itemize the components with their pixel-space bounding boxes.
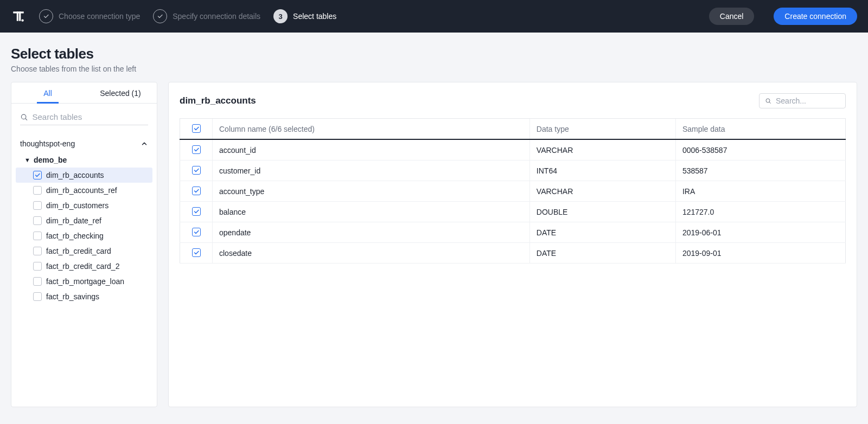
page-title: Select tables	[11, 46, 857, 62]
table-checkbox[interactable]	[33, 216, 42, 225]
column-sample: 2019-06-01	[675, 222, 845, 243]
table-checkbox[interactable]	[33, 171, 42, 179]
tree-schema[interactable]: ▼ demo_be	[16, 152, 152, 168]
step-label: Select tables	[293, 12, 336, 21]
check-icon	[153, 9, 167, 23]
table-name: fact_rb_checking	[46, 232, 104, 240]
check-icon	[39, 9, 53, 23]
table-checkbox[interactable]	[33, 292, 42, 301]
page-header: Select tables Choose tables from the lis…	[0, 33, 868, 82]
tree-table-item[interactable]: fact_rb_checking	[16, 228, 152, 243]
columns-table: Column name (6/6 selected) Data type Sam…	[180, 118, 846, 264]
column-name: closedate	[213, 243, 530, 264]
cancel-button[interactable]: Cancel	[709, 8, 755, 25]
table-name: fact_rb_mortgage_loan	[46, 277, 124, 286]
table-row: balanceDOUBLE121727.0	[180, 202, 846, 222]
column-checkbox[interactable]	[192, 145, 201, 154]
row-checkbox-cell[interactable]	[180, 160, 213, 181]
column-type: VARCHAR	[529, 181, 675, 202]
table-row: closedateDATE2019-09-01	[180, 243, 846, 264]
svg-line-5	[25, 118, 27, 120]
svg-line-7	[769, 102, 770, 103]
svg-point-3	[21, 19, 23, 21]
header-checkbox-cell[interactable]	[180, 119, 213, 140]
top-bar: Choose connection type Specify connectio…	[0, 0, 868, 33]
column-sample: 2019-09-01	[675, 243, 845, 264]
table-checkbox[interactable]	[33, 247, 42, 255]
step-label: Specify connection details	[173, 12, 260, 21]
column-checkbox[interactable]	[192, 228, 201, 236]
schema-name: demo_be	[34, 156, 67, 164]
sidebar-search[interactable]	[20, 109, 148, 125]
sidebar-search-input[interactable]	[32, 112, 148, 121]
table-name: fact_rb_credit_card	[46, 247, 111, 255]
select-all-checkbox[interactable]	[192, 124, 201, 133]
header-column-name: Column name (6/6 selected)	[213, 119, 530, 140]
table-checkbox[interactable]	[33, 262, 42, 271]
row-checkbox-cell[interactable]	[180, 243, 213, 264]
tree-table-item[interactable]: dim_rb_accounts	[16, 168, 152, 183]
step-1[interactable]: Choose connection type	[39, 9, 140, 23]
column-checkbox[interactable]	[192, 207, 201, 216]
table-checkbox[interactable]	[33, 186, 42, 195]
selected-table-name: dim_rb_accounts	[180, 95, 256, 106]
header-data-type: Data type	[529, 119, 675, 140]
column-type: VARCHAR	[529, 139, 675, 160]
table-name: dim_rb_accounts_ref	[46, 186, 117, 195]
table-checkbox[interactable]	[33, 201, 42, 210]
tree-table-item[interactable]: fact_rb_savings	[16, 289, 152, 304]
tree-table-item[interactable]: dim_rb_accounts_ref	[16, 183, 152, 198]
create-connection-button[interactable]: Create connection	[774, 8, 857, 25]
row-checkbox-cell[interactable]	[180, 222, 213, 243]
table-row: customer_idINT64538587	[180, 160, 846, 181]
columns-search[interactable]	[759, 93, 846, 108]
column-name: customer_id	[213, 160, 530, 181]
tab-selected[interactable]: Selected (1)	[84, 82, 157, 103]
page-subtitle: Choose tables from the list on the left	[11, 65, 857, 73]
header-sample-data: Sample data	[675, 119, 845, 140]
tree-table-item[interactable]: fact_rb_credit_card	[16, 243, 152, 259]
step-3[interactable]: 3 Select tables	[273, 9, 336, 23]
table-checkbox[interactable]	[33, 277, 42, 286]
columns-panel: dim_rb_accounts Column name (6/6 selecte…	[168, 82, 857, 407]
step-2[interactable]: Specify connection details	[153, 9, 260, 23]
chevron-up-icon	[141, 140, 148, 147]
app-logo	[11, 9, 26, 24]
tree-table-item[interactable]: fact_rb_credit_card_2	[16, 259, 152, 274]
column-sample: 0006-538587	[675, 139, 845, 160]
column-name: balance	[213, 202, 530, 222]
table-name: dim_rb_date_ref	[46, 216, 101, 225]
caret-down-icon: ▼	[24, 157, 30, 163]
row-checkbox-cell[interactable]	[180, 181, 213, 202]
table-name: dim_rb_accounts	[46, 171, 104, 179]
table-name: fact_rb_savings	[46, 292, 99, 301]
wizard-steps: Choose connection type Specify connectio…	[39, 9, 336, 23]
tree-database[interactable]: thoughtspot-eng	[16, 135, 152, 152]
tab-all[interactable]: All	[11, 82, 84, 103]
search-icon	[20, 113, 28, 121]
step-label: Choose connection type	[59, 12, 140, 21]
tree-table-item[interactable]: fact_rb_mortgage_loan	[16, 274, 152, 289]
column-type: DATE	[529, 222, 675, 243]
column-checkbox[interactable]	[192, 166, 201, 175]
table-row: opendateDATE2019-06-01	[180, 222, 846, 243]
column-type: DOUBLE	[529, 202, 675, 222]
svg-rect-2	[19, 11, 21, 21]
table-checkbox[interactable]	[33, 232, 42, 240]
step-number: 3	[273, 9, 288, 23]
table-name: dim_rb_customers	[46, 201, 108, 210]
table-row: account_typeVARCHARIRA	[180, 181, 846, 202]
column-sample: 121727.0	[675, 202, 845, 222]
column-checkbox[interactable]	[192, 248, 201, 257]
database-name: thoughtspot-eng	[20, 139, 75, 148]
tree-table-item[interactable]: dim_rb_customers	[16, 198, 152, 213]
columns-search-input[interactable]	[776, 97, 840, 105]
tree-table-item[interactable]: dim_rb_date_ref	[16, 213, 152, 228]
row-checkbox-cell[interactable]	[180, 202, 213, 222]
column-sample: 538587	[675, 160, 845, 181]
table-row: account_idVARCHAR0006-538587	[180, 139, 846, 160]
column-name: account_id	[213, 139, 530, 160]
column-name: opendate	[213, 222, 530, 243]
column-checkbox[interactable]	[192, 187, 201, 195]
row-checkbox-cell[interactable]	[180, 139, 213, 160]
